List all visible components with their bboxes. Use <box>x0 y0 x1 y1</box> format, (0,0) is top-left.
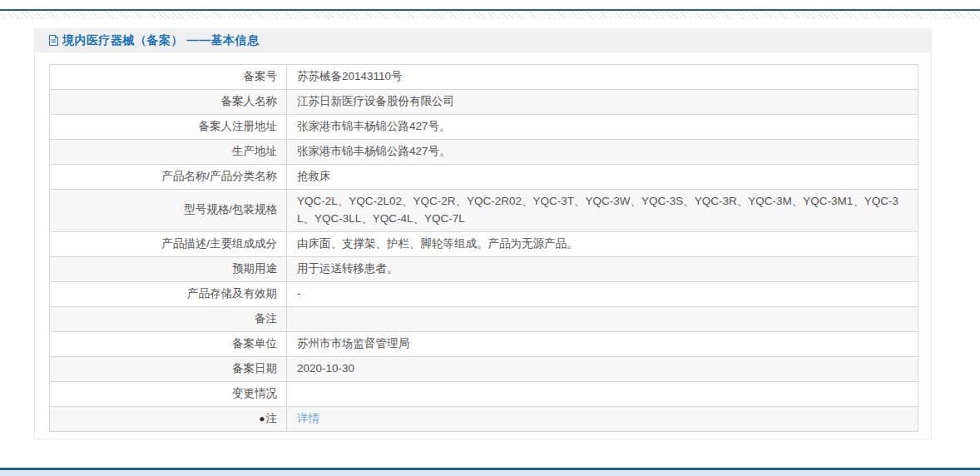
row-value: 抢救床 <box>287 165 918 190</box>
table-row: 型号规格/包装规格YQC-2L、YQC-2L02、YQC-2R、YQC-2R02… <box>50 190 918 232</box>
row-value: 张家港市锦丰杨锦公路427号。 <box>287 140 918 165</box>
table-row: 生产地址张家港市锦丰杨锦公路427号。 <box>50 140 918 165</box>
table-row: 备案日期2020-10-30 <box>50 356 918 381</box>
note-icon: ● <box>259 413 265 424</box>
table-row: 备案人名称江苏日新医疗设备股份有限公司 <box>50 90 918 115</box>
table-row: ●注详情 <box>50 406 918 431</box>
panel-header: 境内医疗器械（备案） ——基本信息 <box>35 28 931 52</box>
row-label: 备案号 <box>50 65 287 90</box>
panel-title: 境内医疗器械（备案） ——基本信息 <box>62 33 259 48</box>
row-label: 产品存储及有效期 <box>50 281 287 306</box>
row-label: ●注 <box>50 406 287 431</box>
row-value: - <box>287 281 918 306</box>
table-row: 备案人注册地址张家港市锦丰杨锦公路427号。 <box>50 115 918 140</box>
row-value <box>287 306 918 331</box>
panel-body: 备案号苏苏械备20143110号备案人名称江苏日新医疗设备股份有限公司备案人注册… <box>35 52 931 439</box>
info-table-body: 备案号苏苏械备20143110号备案人名称江苏日新医疗设备股份有限公司备案人注册… <box>50 65 918 432</box>
table-row: 变更情况 <box>50 381 918 406</box>
table-row: 产品名称/产品分类名称抢救床 <box>50 165 918 190</box>
row-label: 产品名称/产品分类名称 <box>50 165 287 190</box>
row-value: 江苏日新医疗设备股份有限公司 <box>287 90 918 115</box>
row-label: 生产地址 <box>50 140 287 165</box>
details-link[interactable]: 详情 <box>297 412 319 424</box>
row-value: 详情 <box>287 406 918 431</box>
footer-strip <box>0 470 980 476</box>
row-label: 预期用途 <box>50 256 287 281</box>
top-divider-line <box>0 9 980 11</box>
row-label: 变更情况 <box>50 381 287 406</box>
row-label: 备注 <box>50 306 287 331</box>
table-row: 产品描述/主要组成成分由床面、支撑架、护栏、脚轮等组成。产品为无源产品。 <box>50 231 918 256</box>
table-row: 预期用途用于运送转移患者。 <box>50 256 918 281</box>
row-value: 苏州市市场监督管理局 <box>287 331 918 356</box>
table-row: 备案号苏苏械备20143110号 <box>50 65 918 90</box>
table-row: 备案单位苏州市市场监督管理局 <box>50 331 918 356</box>
row-value: 2020-10-30 <box>287 356 918 381</box>
row-value: 用于运送转移患者。 <box>287 256 918 281</box>
row-label: 备案人名称 <box>50 90 287 115</box>
table-row: 备注 <box>50 306 918 331</box>
diagonal-stripe-band <box>0 12 980 19</box>
row-value <box>287 381 918 406</box>
document-icon <box>48 34 59 47</box>
row-value: 苏苏械备20143110号 <box>287 65 918 90</box>
row-label: 型号规格/包装规格 <box>50 190 287 232</box>
row-label: 备案日期 <box>50 356 287 381</box>
row-value: 由床面、支撑架、护栏、脚轮等组成。产品为无源产品。 <box>287 231 918 256</box>
row-label: 产品描述/主要组成成分 <box>50 231 287 256</box>
row-label: 备案人注册地址 <box>50 115 287 140</box>
row-label: 备案单位 <box>50 331 287 356</box>
info-table: 备案号苏苏械备20143110号备案人名称江苏日新医疗设备股份有限公司备案人注册… <box>49 64 918 432</box>
info-panel: 境内医疗器械（备案） ——基本信息 备案号苏苏械备20143110号备案人名称江… <box>34 28 932 439</box>
table-row: 产品存储及有效期- <box>50 281 918 306</box>
row-value: YQC-2L、YQC-2L02、YQC-2R、YQC-2R02、YQC-3T、Y… <box>287 190 918 232</box>
row-value: 张家港市锦丰杨锦公路427号。 <box>287 115 918 140</box>
